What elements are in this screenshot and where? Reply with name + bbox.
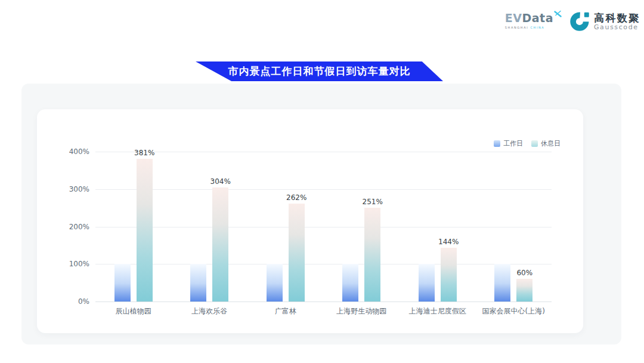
chart-plot: 0%100%200%300%400%381%辰山植物园304%上海欢乐谷262%…: [95, 152, 552, 302]
bar-workday: [342, 264, 358, 302]
bar-group: 251%上海野生动物园: [324, 152, 400, 302]
chart-legend: 工作日 休息日: [494, 139, 561, 148]
bar-value-label: 381%: [134, 149, 154, 157]
evdata-logo: EVData SHANGHAI CHINA: [505, 10, 562, 29]
y-axis-label: 0%: [54, 297, 89, 306]
bar-value-label: 251%: [363, 198, 383, 206]
bar-value-label: 144%: [438, 238, 459, 246]
bar-restday: 262%: [289, 204, 305, 302]
bar-value-label: 262%: [286, 193, 306, 202]
bar-workday: [190, 264, 206, 302]
y-axis-label: 300%: [54, 185, 89, 193]
bar-restday: 251%: [364, 208, 380, 302]
x-axis-label: 广富林: [247, 306, 324, 316]
x-axis-label: 上海欢乐谷: [172, 306, 248, 316]
bar-restday: 144%: [441, 248, 457, 302]
bar-group: 144%上海迪士尼度假区: [400, 152, 476, 302]
legend-item-workday[interactable]: 工作日: [494, 139, 523, 148]
bar-group: 262%广富林: [247, 152, 324, 302]
gausscode-g-icon: [570, 10, 590, 34]
bar-group: 304%上海欢乐谷: [172, 152, 248, 302]
bar-workday: [114, 264, 131, 302]
y-axis-label: 400%: [54, 147, 89, 156]
gridline: [95, 302, 552, 302]
bar-restday: 381%: [137, 159, 153, 302]
legend-item-restday[interactable]: 休息日: [531, 139, 561, 148]
bar-restday: 60%: [516, 279, 532, 302]
legend-swatch-restday: [531, 140, 538, 147]
chart-card: 工作日 休息日 0%100%200%300%400%381%辰山植物园304%上…: [37, 109, 583, 333]
evdata-logo-text-ev: EV: [505, 13, 522, 24]
header-logos: EVData SHANGHAI CHINA 高科数聚 Gausscode: [505, 10, 640, 34]
gausscode-name-cn: 高科数聚: [594, 13, 640, 24]
bar-workday: [419, 264, 435, 302]
bar-workday: [267, 264, 283, 302]
gausscode-logo: 高科数聚 Gausscode: [570, 10, 640, 34]
bar-group: 60%国家会展中心(上海): [476, 152, 552, 302]
evdata-logo-text-data: Data: [522, 13, 554, 24]
bar-group: 381%辰山植物园: [95, 152, 172, 302]
bar-workday: [494, 264, 510, 302]
page-title-banner: 市内景点工作日和节假日到访车量对比: [196, 61, 443, 81]
x-axis-label: 国家会展中心(上海): [476, 306, 552, 316]
y-axis-label: 100%: [54, 260, 89, 268]
x-axis-label: 辰山植物园: [95, 306, 172, 316]
legend-label-workday: 工作日: [503, 139, 523, 148]
page-title: 市内景点工作日和节假日到访车量对比: [228, 64, 411, 78]
y-axis-label: 200%: [54, 223, 89, 231]
x-axis-label: 上海迪士尼度假区: [400, 306, 476, 316]
evdata-logo-subtext: SHANGHAI CHINA: [505, 26, 562, 29]
bar-value-label: 304%: [210, 177, 231, 186]
legend-label-restday: 休息日: [541, 139, 561, 148]
bar-value-label: 60%: [516, 269, 532, 277]
x-axis-label: 上海野生动物园: [324, 306, 400, 316]
bar-groups: 381%辰山植物园304%上海欢乐谷262%广富林251%上海野生动物园144%…: [95, 152, 552, 302]
evdata-x-spark-icon: [554, 10, 562, 20]
chart-panel: 工作日 休息日 0%100%200%300%400%381%辰山植物园304%上…: [21, 84, 621, 344]
gausscode-name-en: Gausscode: [594, 24, 640, 32]
bar-restday: 304%: [212, 187, 228, 302]
legend-swatch-workday: [494, 140, 500, 147]
